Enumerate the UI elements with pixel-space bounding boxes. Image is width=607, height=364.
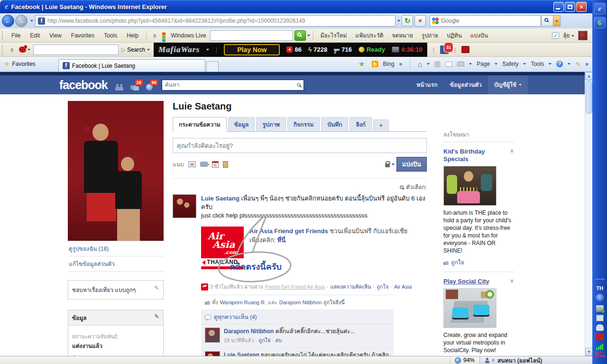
- facebook-notifier-icon[interactable]: f31: [440, 46, 449, 54]
- share-button[interactable]: แบ่งปัน: [396, 157, 427, 172]
- post-author-link[interactable]: Luie Saetang: [201, 195, 239, 202]
- tab-photos[interactable]: รูปภาพ: [256, 117, 286, 131]
- mafia-toolbar-close[interactable]: x: [7, 46, 18, 53]
- mafia-search-dropdown[interactable]: [147, 49, 150, 51]
- rss-icon[interactable]: [434, 61, 441, 67]
- ad-close-icon[interactable]: ×: [510, 278, 514, 284]
- privacy-lock-icon[interactable]: [385, 164, 390, 167]
- close-button[interactable]: ×: [576, 2, 587, 12]
- tab-notes[interactable]: บันทึก: [321, 117, 348, 131]
- google-search-input[interactable]: [441, 18, 539, 24]
- mail-icon[interactable]: [445, 62, 452, 67]
- ad-title-link[interactable]: Kid's Birthday Specials: [443, 148, 503, 163]
- network-tray-icon[interactable]: [596, 315, 604, 321]
- refresh-button[interactable]: ↻: [402, 15, 413, 27]
- messenger-tray-icon[interactable]: [596, 324, 604, 331]
- liker-1-link[interactable]: Waraporn Ruang R.: [220, 300, 266, 305]
- attach-photo-icon[interactable]: [188, 161, 196, 167]
- live-profile[interactable]: แฟ้มประวัติ: [351, 29, 387, 42]
- history-dropdown-icon[interactable]: [30, 20, 33, 22]
- scroll-up-arrow[interactable]: ▲: [585, 72, 593, 80]
- live-photos[interactable]: รูปถ่าย: [417, 29, 442, 42]
- attachment-here-link[interactable]: ที่นี่: [277, 237, 285, 244]
- new-tab-button[interactable]: [206, 61, 219, 72]
- zynga-dog-icon[interactable]: [19, 46, 26, 53]
- comment-like-link[interactable]: ถูกใจ: [258, 337, 270, 343]
- menu-help[interactable]: Help: [122, 30, 143, 41]
- scroll-thumb[interactable]: [586, 81, 592, 114]
- live-search-input[interactable]: [210, 30, 293, 41]
- messenger-quicklaunch-icon[interactable]: 6: [594, 17, 606, 28]
- stop-button[interactable]: ×: [414, 15, 426, 27]
- add-favorite-icon[interactable]: ★: [359, 60, 365, 68]
- print-icon[interactable]: [457, 62, 464, 66]
- fb-search-icon[interactable]: [297, 83, 301, 87]
- app-link[interactable]: Friend Get Friend Air Asia: [265, 284, 325, 290]
- live-user-menu[interactable]: ลุ้ย: [563, 31, 574, 40]
- page-menu[interactable]: Page: [477, 61, 490, 67]
- menu-edit[interactable]: Edit: [25, 30, 45, 41]
- notifications-icon[interactable]: 99: [145, 83, 155, 91]
- view-all-comments-link[interactable]: ดูทุกความเห็น (4): [214, 312, 257, 321]
- ad-like-link[interactable]: ถูกใจ: [451, 258, 464, 267]
- mafiawars-dropdown[interactable]: [206, 49, 209, 51]
- edit-info-icon[interactable]: ✎: [154, 313, 159, 320]
- system-clock[interactable]: 8 01PM: [594, 350, 605, 359]
- blog-pen-icon[interactable]: ✎: [575, 61, 580, 68]
- search-engine-dropdown[interactable]: [553, 15, 561, 27]
- nav-account[interactable]: บัญชีผู้ใช้: [488, 75, 528, 94]
- bing-label[interactable]: Bing: [383, 61, 395, 67]
- menu-view[interactable]: View: [45, 30, 66, 41]
- back-button[interactable]: ←: [2, 15, 14, 27]
- overflow-chevron[interactable]: »: [399, 61, 403, 67]
- attach-video-icon[interactable]: [200, 162, 208, 167]
- my-photos-link[interactable]: ดูรูปของฉัน (18): [68, 241, 164, 256]
- profile-photo[interactable]: [68, 101, 164, 241]
- privacy-dropdown[interactable]: [392, 164, 395, 165]
- options-label[interactable]: ตัวเลือก:: [406, 182, 427, 191]
- attachment-title-link[interactable]: Air Asia Friend get Friends: [249, 228, 328, 235]
- mafia-search-input[interactable]: [33, 45, 119, 55]
- edit-profile-link[interactable]: แก้ไขข้อมูลส่วนตัว: [68, 256, 164, 272]
- minimize-button[interactable]: [553, 2, 564, 12]
- url-dropdown-icon[interactable]: [397, 20, 400, 22]
- nav-home[interactable]: หน้าแรก: [410, 75, 443, 94]
- play-now-button[interactable]: Play Now: [224, 44, 280, 55]
- calendar-red-icon[interactable]: [461, 46, 469, 53]
- ad-image[interactable]: [443, 288, 497, 328]
- tools-menu[interactable]: Tools: [531, 61, 544, 67]
- ad-image[interactable]: [443, 166, 497, 206]
- facebook-logo[interactable]: facebook: [59, 78, 108, 92]
- attach-event-icon[interactable]: 31: [212, 161, 219, 168]
- tab-add[interactable]: +: [373, 119, 389, 131]
- home-icon[interactable]: ⌂: [418, 60, 422, 68]
- comment-action-link[interactable]: แสดงความคิดเห็น: [330, 282, 371, 291]
- live-toolbar-close[interactable]: x: [149, 32, 160, 39]
- advertise-link[interactable]: ลงโฆษณา: [443, 130, 515, 142]
- checkbox-icon[interactable]: ✓: [552, 32, 559, 39]
- mafia-search-label[interactable]: Search: [127, 46, 145, 53]
- usb-tray-icon[interactable]: [596, 305, 604, 312]
- language-indicator[interactable]: TH: [596, 285, 603, 291]
- live-search-button[interactable]: [294, 30, 306, 41]
- live-user-avatar[interactable]: [578, 31, 588, 40]
- menu-favorites[interactable]: Favorites: [66, 30, 99, 41]
- commenter-link[interactable]: Daraporn Nitibhon: [224, 328, 274, 335]
- maximize-button[interactable]: [565, 2, 575, 12]
- browser-tab-active[interactable]: f Facebook | Luie Saetang: [58, 59, 205, 72]
- menu-tools[interactable]: Tools: [99, 30, 122, 41]
- search-go-button[interactable]: [541, 15, 553, 27]
- post-avatar[interactable]: [173, 194, 196, 218]
- signal-bars-icon[interactable]: [596, 343, 603, 350]
- forward-button[interactable]: →: [15, 15, 28, 27]
- overflow-chevron-2[interactable]: »: [585, 61, 589, 67]
- tab-links[interactable]: ลิงก์: [349, 117, 371, 131]
- tab-info[interactable]: ข้อมูล: [228, 117, 255, 131]
- comment-avatar[interactable]: [205, 328, 220, 343]
- url-field[interactable]: f http://www.facebook.com/photo.php?pid=…: [35, 15, 395, 27]
- zoom-control[interactable]: 94%: [450, 356, 479, 364]
- attach-link-icon[interactable]: [223, 161, 228, 168]
- liker-2-link[interactable]: Daraporn Nitibhon: [279, 300, 322, 305]
- comment-delete-link[interactable]: ลบ: [275, 337, 282, 343]
- mafiawars-logo[interactable]: MafiaWars: [158, 45, 200, 55]
